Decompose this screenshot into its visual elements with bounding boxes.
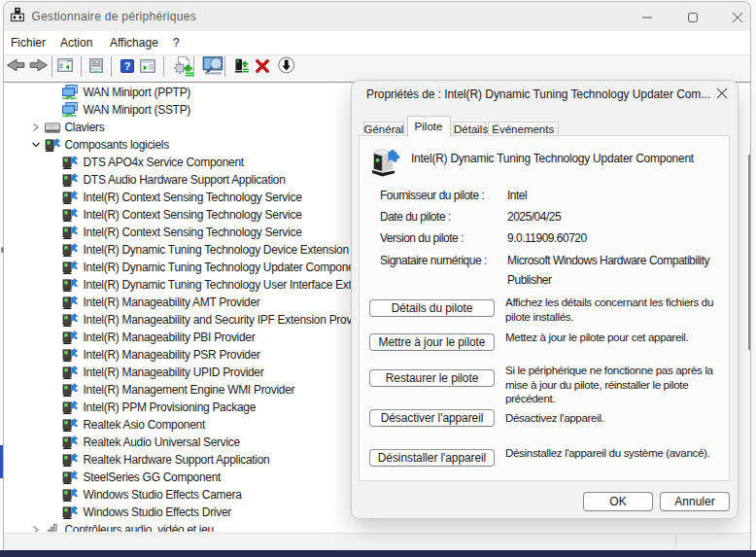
svg-text:?: ? [123, 60, 130, 72]
